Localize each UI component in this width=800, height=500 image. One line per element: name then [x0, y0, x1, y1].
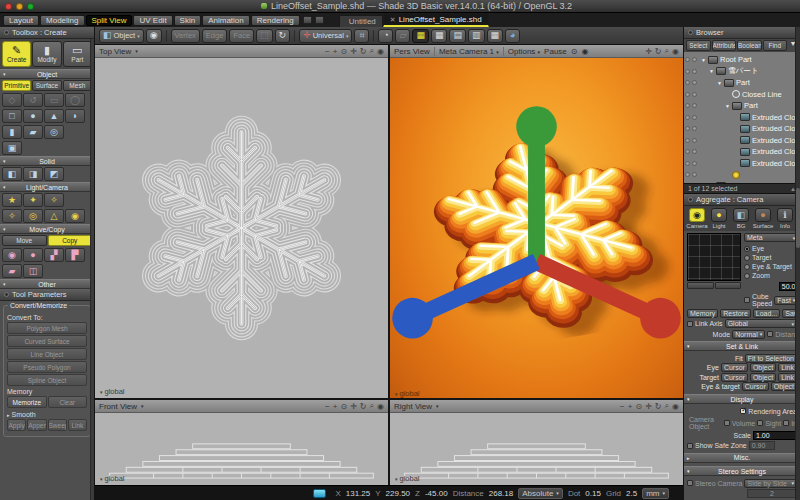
- minimize-window-button[interactable]: [16, 3, 23, 10]
- front-view-canvas[interactable]: ▾global: [95, 413, 388, 485]
- mode-tab[interactable]: Split View: [86, 15, 133, 26]
- zoom-in-icon[interactable]: +: [333, 47, 338, 56]
- smooth-button[interactable]: Link: [68, 419, 87, 431]
- view-layout-2-button[interactable]: ▥: [468, 29, 485, 43]
- distant-checkbox[interactable]: [767, 331, 773, 337]
- split-view-button[interactable]: ▦: [412, 29, 429, 43]
- light-camera-icon[interactable]: ◎: [23, 209, 43, 223]
- expand-arrow-icon[interactable]: ▼: [717, 80, 722, 86]
- set-link-button[interactable]: Cursor: [721, 363, 748, 372]
- select-region-icon[interactable]: ⬚: [256, 29, 273, 43]
- copy-button[interactable]: Copy: [48, 235, 93, 246]
- line-tool-icon[interactable]: ▭: [44, 93, 64, 107]
- tree-item-label[interactable]: Extruded Closed: [752, 124, 799, 133]
- right-viewport[interactable]: Right View▾ −+⊙ ✛↻⌕◉: [390, 400, 683, 485]
- primitive-icon[interactable]: ▰: [23, 125, 43, 139]
- move-copy-icon[interactable]: ●: [23, 248, 43, 262]
- panel-collapse-icon[interactable]: [688, 30, 693, 35]
- convert-button[interactable]: Line Object: [7, 348, 87, 360]
- cube-speed-checkbox[interactable]: [744, 297, 750, 303]
- object-mode-dropdown[interactable]: ◧Object▾: [99, 29, 144, 43]
- tree-row[interactable]: Extruded Closed: [685, 158, 799, 170]
- browser-tab[interactable]: Attributes: [712, 40, 737, 51]
- viewport-label[interactable]: Front View: [99, 402, 137, 411]
- link-axis-checkbox[interactable]: [687, 321, 693, 327]
- light-icon[interactable]: ✧: [44, 193, 64, 207]
- camera-memory-button[interactable]: Memory: [687, 309, 718, 318]
- light-icon[interactable]: ★: [2, 193, 22, 207]
- light-camera-section-header[interactable]: ▾Light/Camera: [0, 182, 94, 192]
- rendering-area-checkbox[interactable]: [740, 408, 746, 414]
- coordinate-space-selector[interactable]: ▾global: [100, 387, 125, 396]
- panel-toggle-icon[interactable]: [303, 16, 312, 24]
- expand-arrow-icon[interactable]: ▼: [709, 68, 714, 74]
- tree-row[interactable]: Closed Line: [685, 89, 799, 101]
- right-panel-scrollbar[interactable]: [795, 27, 800, 500]
- render-toggle-dot[interactable]: [692, 149, 697, 154]
- set-link-section-header[interactable]: ▾Set & Link: [684, 341, 800, 351]
- convert-button[interactable]: Pseudo Polygon: [7, 361, 87, 373]
- options-dropdown[interactable]: Options ▾: [508, 47, 540, 56]
- zoom-in-icon[interactable]: +: [333, 402, 338, 411]
- pan-icon[interactable]: ✛: [350, 402, 357, 411]
- viewport-label[interactable]: Right View: [394, 402, 432, 411]
- render-toggle-dot[interactable]: [692, 126, 697, 131]
- set-link-button[interactable]: Cursor: [721, 373, 748, 382]
- primitive-icon[interactable]: ◎: [44, 125, 64, 139]
- misc-section-header[interactable]: ▸Misc.: [684, 453, 800, 463]
- browser-header[interactable]: Browser: [684, 27, 800, 39]
- smooth-button[interactable]: Sweep: [48, 419, 67, 431]
- scale-field[interactable]: 1.00: [753, 431, 797, 440]
- camera-memory-button[interactable]: Load...: [753, 309, 780, 318]
- browser-tab[interactable]: Select: [686, 40, 711, 51]
- camera-preview-thumbnail[interactable]: [687, 233, 741, 281]
- panel-collapse-icon[interactable]: [688, 197, 693, 202]
- solid-icon[interactable]: ◨: [23, 167, 43, 181]
- magnify-icon[interactable]: ⌕: [665, 46, 669, 56]
- smooth-section[interactable]: ▸Smooth: [7, 411, 87, 418]
- visibility-toggle-dot[interactable]: [685, 103, 690, 108]
- memorize-button[interactable]: Memorize: [7, 396, 47, 408]
- browser-tab[interactable]: Boolean: [737, 40, 762, 51]
- front-viewport[interactable]: Front View▾ −+⊙ ✛↻⌕◉: [95, 400, 388, 485]
- zoom-out-icon[interactable]: −: [325, 402, 330, 411]
- render-preview-icon[interactable]: ◔: [378, 29, 393, 43]
- volume-checkbox[interactable]: [724, 420, 730, 426]
- radio-row[interactable]: Eye: [744, 244, 798, 253]
- stereo-camera-checkbox[interactable]: [687, 480, 693, 486]
- visibility-toggle-dot[interactable]: [685, 69, 690, 74]
- radio-icon[interactable]: [744, 255, 750, 261]
- move-copy-section-header[interactable]: ▾Move/Copy: [0, 224, 94, 234]
- aggregate-tab[interactable]: ● Light: [709, 208, 729, 229]
- zoom-window-button[interactable]: [27, 3, 34, 10]
- tree-item-label[interactable]: Part: [736, 78, 750, 87]
- toolbox-mode-button[interactable]: ▭ Part: [63, 41, 92, 67]
- grid-settings-button[interactable]: ▦: [431, 29, 448, 43]
- right-view-canvas[interactable]: ▾global: [390, 413, 683, 485]
- tree-item-label[interactable]: Extruded Closed: [752, 159, 799, 168]
- refresh-icon[interactable]: ⊙: [571, 47, 578, 56]
- visibility-toggle-dot[interactable]: [685, 57, 690, 62]
- pers-viewport[interactable]: Pers View Meta Camera 1 ▾ Options ▾ Paus…: [390, 45, 683, 398]
- tree-item-label[interactable]: 雪パート: [728, 66, 758, 76]
- safe-zone-field[interactable]: 0.90: [749, 441, 775, 450]
- rotate-icon[interactable]: ↻: [360, 47, 367, 56]
- viewport-label[interactable]: Top View: [99, 47, 131, 56]
- visibility-toggle-dot[interactable]: [685, 80, 690, 85]
- universal-manipulator-dropdown[interactable]: ✛Universal▾: [299, 29, 352, 43]
- tree-row[interactable]: Extruded Closed: [685, 112, 799, 124]
- move-copy-icon[interactable]: ▛: [65, 248, 85, 262]
- set-link-button[interactable]: Object: [771, 382, 797, 391]
- radio-icon[interactable]: [744, 273, 750, 279]
- document-tab[interactable]: ✕LineOffset_Sample.shd: [383, 13, 489, 27]
- close-window-button[interactable]: [5, 3, 12, 10]
- smooth-button[interactable]: Apply: [7, 419, 26, 431]
- light-camera-icon[interactable]: ✧: [2, 209, 22, 223]
- magnify-icon[interactable]: ⌕: [665, 401, 669, 411]
- camera-view-icon[interactable]: ◉: [672, 47, 679, 56]
- aggregate-tab[interactable]: ● Surface: [753, 208, 773, 229]
- radio-row[interactable]: Target: [744, 253, 798, 262]
- radio-row[interactable]: Zoom: [744, 271, 798, 280]
- mode-dropdown[interactable]: Normal▾: [732, 330, 765, 339]
- visibility-toggle-dot[interactable]: [685, 92, 690, 97]
